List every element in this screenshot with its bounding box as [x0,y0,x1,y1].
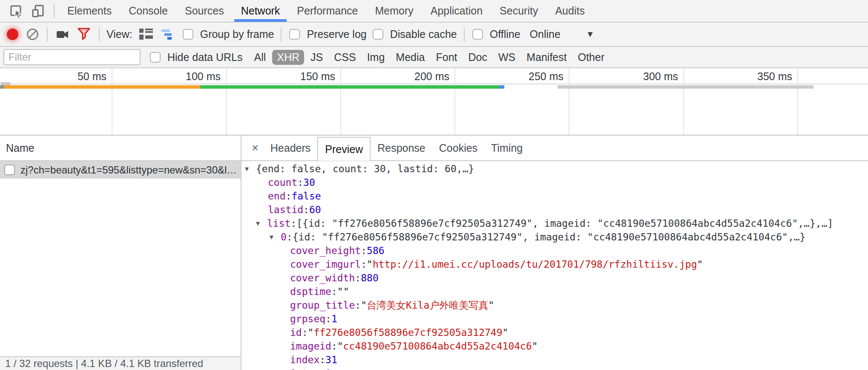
preview-tree-row[interactable]: ▼0: {id: "ff276e8056f58896e7cf92505a3127… [241,230,868,244]
token-obj: {id: "ff276e8056f58896e7cf92505a312749",… [293,231,806,243]
throttling-value[interactable]: Online [530,28,560,40]
divider [47,27,48,42]
detail-tab-headers[interactable]: Headers [264,136,318,160]
token-q: " [308,327,314,338]
divider [464,27,465,42]
detail-tab-preview[interactable]: Preview [317,137,371,161]
filter-type-other[interactable]: Other [573,50,609,65]
token-sep: : [361,259,367,270]
detail-tab-cookies[interactable]: Cookies [432,136,484,160]
filter-type-js[interactable]: JS [306,50,328,65]
filter-type-manifest[interactable]: Manifest [522,50,571,65]
filter-type-media[interactable]: Media [391,50,429,65]
preview-tree-row[interactable]: imageid: "cc48190e57100864abc4d55a2c4104… [241,339,868,353]
token-q: " [532,341,538,352]
detail-tab-bar: × HeadersPreviewResponseCookiesTiming [241,136,868,160]
offline-checkbox[interactable] [472,29,483,40]
name-column-header[interactable]: Name [0,136,241,160]
summary-bar: 1 / 32 requests | 4.1 KB / 4.1 KB transf… [0,356,241,370]
preview-tree-row[interactable]: end: false [241,189,868,203]
token-num: 60 [309,204,321,215]
tab-application[interactable]: Application [422,0,491,22]
token-num: false [291,191,321,202]
tab-security[interactable]: Security [491,0,546,22]
token-sep: : [331,286,337,297]
tab-console[interactable]: Console [120,0,176,22]
group-by-frame-checkbox[interactable] [183,29,193,40]
detail-tab-response[interactable]: Response [371,136,432,160]
token-key: dsptime [290,286,331,297]
preview-tree-row[interactable]: lastid: 60 [241,203,868,217]
preserve-log-checkbox[interactable] [289,29,300,40]
overview-gridline [340,68,341,135]
token-sep: : [355,300,361,311]
token-q: " [361,300,367,311]
preview-tree-row[interactable]: dsptime: "" [241,285,868,298]
inspect-element-icon[interactable] [5,0,27,22]
request-name: zj?ch=beauty&t1=595&listtype=new&sn=30&l… [20,164,237,176]
expand-arrow-icon[interactable]: ▼ [256,220,267,227]
preview-tree-row[interactable]: ▼{end: false, count: 30, lastid: 60,…} [241,162,868,176]
filter-type-xhr[interactable]: XHR [272,50,304,65]
filter-type-doc[interactable]: Doc [463,50,491,65]
tab-sources[interactable]: Sources [176,0,233,22]
clear-button[interactable] [27,29,38,40]
token-sep: : [319,354,325,365]
preview-tree-row[interactable]: id: "ff276e8056f58896e7cf92505a312749" [241,326,868,339]
hide-data-urls-checkbox[interactable] [150,52,161,63]
preserve-log-label: Preserve log [307,28,366,40]
record-button[interactable] [4,29,18,40]
overview-bar-waiting-orange [4,85,200,89]
token-sep: : [290,218,296,229]
expand-arrow-icon[interactable]: ▼ [245,165,256,173]
large-rows-toggle[interactable] [139,29,153,40]
device-toolbar-icon[interactable] [27,0,49,22]
token-q: " [367,259,373,270]
tab-elements[interactable]: Elements [59,0,120,22]
preview-tree-row[interactable]: istop: 0 [241,367,868,370]
filter-toggle-button[interactable] [78,28,90,41]
json-preview-tree: ▼{end: false, count: 30, lastid: 60,…}co… [241,162,868,370]
preview-tree-row[interactable]: cover_height: 586 [241,244,868,257]
preview-tree-row[interactable]: cover_width: 880 [241,271,868,285]
tab-network[interactable]: Network [233,0,289,22]
request-row[interactable]: zj?ch=beauty&t1=595&listtype=new&sn=30&l… [0,161,241,179]
filter-type-ws[interactable]: WS [494,50,520,65]
filter-type-img[interactable]: Img [362,50,390,65]
preview-tree-row[interactable]: index: 31 [241,353,868,367]
close-icon[interactable]: × [247,142,264,155]
token-sep: : [319,368,325,370]
detail-tab-timing[interactable]: Timing [484,136,529,160]
preview-tree-row[interactable]: ▼list: [{id: "ff276e8056f58896e7cf92505a… [241,217,868,230]
filter-type-css[interactable]: CSS [329,50,360,65]
preview-tree-row[interactable]: count: 30 [241,176,868,189]
preview-tree-row[interactable]: group_title: "台湾美女Kila户外唯美写真" [241,298,868,312]
capture-screenshots-button[interactable] [56,29,69,40]
request-list-pane: zj?ch=beauty&t1=595&listtype=new&sn=30&l… [0,161,241,370]
tab-audits[interactable]: Audits [546,0,593,22]
tab-performance[interactable]: Performance [288,0,366,22]
token-q: " [337,341,343,352]
filter-type-font[interactable]: Font [431,50,462,65]
filter-type-all[interactable]: All [249,50,270,65]
token-str: ff276e8056f58896e7cf92505a312749 [313,327,502,338]
show-overview-toggle[interactable] [161,29,175,40]
preview-tree-row[interactable]: grpseq: 1 [241,312,868,326]
token-q: " [697,259,703,270]
token-num: 0 [325,368,331,370]
preview-tree-row[interactable]: cover_imgurl: "http://i1.umei.cc/uploads… [241,257,868,271]
chevron-down-icon[interactable]: ▼ [586,29,595,39]
overview-tick-label: 300 ms [593,70,678,83]
disable-cache-checkbox[interactable] [373,29,383,40]
tab-memory[interactable]: Memory [366,0,422,22]
timeline-overview[interactable]: 50 ms100 ms150 ms200 ms250 ms300 ms350 m… [0,68,868,136]
waterfall-icon [161,29,175,40]
overview-bar-queued-gray [558,85,813,89]
preview-pane: ▼{end: false, count: 30, lastid: 60,…}co… [241,161,868,370]
token-num: 880 [361,272,379,283]
overview-bar-content-green [200,85,499,89]
filter-input[interactable] [3,49,141,65]
token-num: 1 [331,313,337,324]
funnel-icon [78,28,90,41]
expand-arrow-icon[interactable]: ▼ [270,233,281,241]
